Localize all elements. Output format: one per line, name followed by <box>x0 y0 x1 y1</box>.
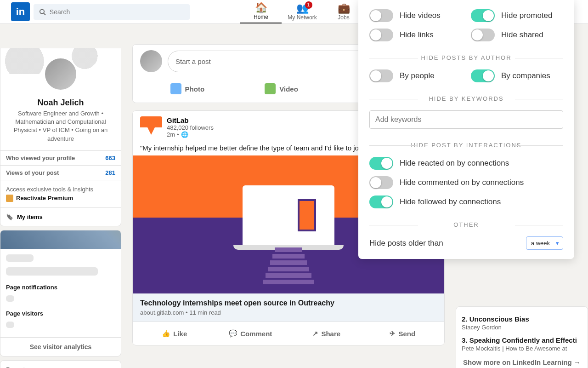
pages-card: Page notifications Page visitors See vis… <box>0 230 121 356</box>
toggle-hide-links[interactable] <box>369 29 393 41</box>
section-header-author: HIDE POSTS BY AUTHOR <box>369 54 563 61</box>
toggle-label: Hide shared <box>501 30 543 40</box>
premium-section[interactable]: Access exclusive tools & insights Reacti… <box>0 180 121 207</box>
section-header-keywords: HIDE BY KEYWORDS <box>369 95 563 102</box>
stat-profile-views[interactable]: Who viewed your profile 663 <box>0 150 121 165</box>
stat-value: 663 <box>105 155 115 161</box>
like-icon: 👍 <box>162 329 170 338</box>
recent-title: Recent <box>6 366 115 368</box>
toggle-by-companies[interactable] <box>471 69 495 82</box>
older-than-label: Hide posts older than <box>369 239 443 248</box>
older-than-select[interactable]: a week <box>526 236 563 250</box>
post-photo-button[interactable]: Photo <box>166 79 209 99</box>
svg-line-1 <box>44 13 45 15</box>
nav-home-label: Home <box>254 14 268 20</box>
toggle-hide-videos[interactable] <box>369 9 393 22</box>
globe-icon: 🌐 <box>181 131 188 138</box>
network-icon: 👥1 <box>296 3 309 13</box>
nav-network-label: My Network <box>288 14 317 21</box>
stairs-graphic <box>261 247 316 284</box>
comment-button[interactable]: 💬Comment <box>213 324 289 343</box>
blurred-placeholder <box>6 267 98 276</box>
premium-subtitle: Access exclusive tools & insights <box>6 186 115 193</box>
stat-post-views[interactable]: Views of your post 281 <box>0 165 121 180</box>
home-icon: 🏠 <box>255 3 267 13</box>
premium-cta[interactable]: Reactivate Premium <box>6 195 115 202</box>
nav-jobs-label: Jobs <box>338 14 349 21</box>
door-graphic <box>298 199 316 231</box>
stat-label: Who viewed your profile <box>6 155 75 161</box>
profile-card: Noah Jelich Software Engineer and Growth… <box>0 48 121 226</box>
show-more-learning[interactable]: Show more on LinkedIn Learning → <box>462 355 582 366</box>
toggle-label: Hide videos <box>400 11 441 20</box>
learning-author: Stacey Gordon <box>462 324 582 331</box>
post-video-button[interactable]: Video <box>260 79 303 99</box>
pages-banner <box>0 230 121 249</box>
toggle-hide-shared[interactable] <box>471 29 495 41</box>
video-icon <box>265 83 276 94</box>
toggle-hide-followed[interactable] <box>369 196 393 208</box>
my-items[interactable]: My items <box>0 207 121 226</box>
toggle-by-people[interactable] <box>369 69 393 82</box>
toggle-label: Hide promoted <box>501 11 553 20</box>
post-link-preview[interactable]: Technology internships meet open source … <box>133 293 444 322</box>
profile-headline: Software Engineer and Growth • Mathemati… <box>0 108 121 150</box>
search-input[interactable] <box>50 8 184 16</box>
learning-item[interactable]: 3. Speaking Confidently and Effecti Pete… <box>462 334 582 355</box>
see-analytics[interactable]: See visitor analytics <box>0 337 121 356</box>
search-box[interactable] <box>34 4 190 20</box>
toggle-label: Hide reacted on by connections <box>400 159 509 168</box>
photo-icon <box>170 83 181 94</box>
toggle-label: By companies <box>501 71 550 80</box>
network-badge: 1 <box>305 1 312 9</box>
toggle-hide-reacted[interactable] <box>369 157 393 170</box>
toggle-label: Hide links <box>400 30 434 40</box>
toggle-label: Hide commented on by connections <box>400 178 524 187</box>
nav-home[interactable]: 🏠 Home <box>240 0 282 23</box>
profile-avatar[interactable] <box>44 58 77 91</box>
svg-point-0 <box>40 9 44 13</box>
learning-card: 2. Unconscious Bias Stacey Gordon 3. Spe… <box>456 306 588 368</box>
post-author-logo[interactable] <box>140 116 162 138</box>
share-button[interactable]: ↗Share <box>288 324 365 343</box>
like-button[interactable]: 👍Like <box>136 324 213 343</box>
post-link-title: Technology internships meet open source … <box>140 299 437 307</box>
nav: 🏠 Home 👥1 My Network 💼 Jobs <box>240 0 364 23</box>
profile-name[interactable]: Noah Jelich <box>0 98 121 108</box>
filter-panel: Hide videos Hide promoted Hide links Hid… <box>358 0 574 259</box>
blurred-placeholder <box>6 322 14 328</box>
toggle-hide-promoted[interactable] <box>471 9 495 22</box>
nav-network[interactable]: 👥1 My Network <box>282 0 323 23</box>
post-author-name[interactable]: GitLab <box>167 116 214 124</box>
section-header-other: OTHER <box>369 221 563 228</box>
jobs-icon: 💼 <box>338 3 350 13</box>
user-avatar[interactable] <box>140 50 162 72</box>
blurred-placeholder <box>6 254 34 262</box>
learning-item[interactable]: 2. Unconscious Bias Stacey Gordon <box>462 312 582 334</box>
post-link-subtitle: about.gitlab.com • 11 min read <box>140 309 437 316</box>
search-icon <box>39 8 46 16</box>
section-header-interactions: HIDE POST BY INTERACTIONS <box>369 142 563 149</box>
stat-value: 281 <box>105 169 115 176</box>
stat-label: Views of your post <box>6 169 59 176</box>
laptop-graphic <box>243 185 334 245</box>
share-icon: ↗ <box>312 329 318 338</box>
recent-card: Recent <box>0 360 121 368</box>
post-timestamp: 2m • 🌐 <box>167 131 214 138</box>
page-visitors[interactable]: Page visitors <box>6 305 115 322</box>
comment-icon: 💬 <box>229 329 237 338</box>
toggle-label: By people <box>400 71 435 80</box>
blurred-placeholder <box>6 295 14 302</box>
page-notifications[interactable]: Page notifications <box>6 279 115 295</box>
toggle-label: Hide followed by connections <box>400 197 501 207</box>
logo[interactable]: in <box>11 2 30 21</box>
send-icon: ✈ <box>390 329 396 338</box>
send-button[interactable]: ✈Send <box>365 324 441 343</box>
learning-author: Pete Mockaitis | How to Be Awesome at <box>462 345 582 352</box>
keywords-input[interactable] <box>369 110 563 129</box>
toggle-hide-commented[interactable] <box>369 176 393 189</box>
post-author-followers: 482,020 followers <box>167 124 214 131</box>
